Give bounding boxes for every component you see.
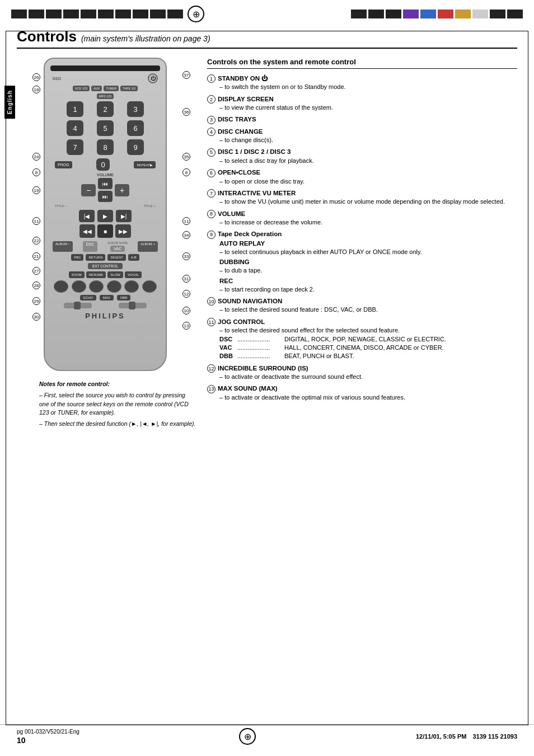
volume-down[interactable]: − <box>81 184 96 196</box>
ctrl-title-1: STANDBY ON ⏻ <box>218 75 268 82</box>
source-vcd123[interactable]: VCD 123 <box>73 86 90 91</box>
fast-fwd-btn[interactable]: ▶▶ <box>115 224 131 238</box>
bottom-border-line <box>6 725 528 725</box>
notes-title: Notes for remote control: <box>39 380 196 389</box>
album-dsc-row: ALBUM − DSC ALBUM NAME VAC ALBUM + <box>50 241 160 252</box>
dsc-dots-dsc: ................... <box>237 335 282 344</box>
ctrl-title-3: DISC TRAYS <box>218 116 256 123</box>
callout-11a: 11 <box>32 217 40 225</box>
remote-wrapper: 26 18 37 36 24 8 35 8 <box>34 58 190 371</box>
page-footer: pg 001-032/V520/21-Eng 10 ⊕ 12/11/01, 5:… <box>0 724 534 745</box>
ctrl-desc-rec: to start recording on tape deck 2. <box>219 285 517 294</box>
ctrl-num-3: 3 <box>207 116 216 124</box>
play-btn[interactable]: ▶ <box>97 210 113 222</box>
num-btn-6[interactable]: 6 <box>127 120 144 136</box>
dsc-dots-dbb: ................... <box>237 352 282 360</box>
num-btn-7[interactable]: 7 <box>67 139 83 155</box>
ctrl-title-2: DISPLAY SCREEN <box>218 96 274 102</box>
return-btn[interactable]: RETURN <box>86 254 105 261</box>
power-button[interactable]: ⏻ <box>148 73 158 83</box>
dsc-label-vac: VAC <box>219 344 235 352</box>
ctrl-desc-5-1: to select a disc tray for playback. <box>219 157 517 165</box>
page-title-sub: (main system's illustration on page 3) <box>81 34 210 43</box>
num-btn-4[interactable]: 4 <box>67 120 83 136</box>
effect-btn-3[interactable] <box>89 280 104 293</box>
notes-section: Notes for remote control: – First, selec… <box>39 380 196 429</box>
num-btn-0[interactable]: 0 <box>96 158 110 171</box>
gear-icon: ⊕ <box>188 6 204 22</box>
album-plus-btn[interactable]: ALBUM + <box>138 241 158 252</box>
rewind-btn[interactable]: ◀◀ <box>79 224 95 238</box>
vac-btn[interactable]: VAC <box>110 246 125 252</box>
callout-28: 28 <box>32 281 40 289</box>
dsc-value-vac: HALL, CONCERT, CINEMA, DISCO, ARCADE or … <box>284 344 444 352</box>
slider-1[interactable] <box>64 303 92 308</box>
skip-forward-next[interactable]: ⏭ <box>98 191 113 202</box>
title-minus-label: TITLE − <box>55 204 67 208</box>
volume-up[interactable]: + <box>115 184 129 196</box>
num-btn-5[interactable]: 5 <box>97 120 114 136</box>
echo-row: ECHO MAX DBB <box>50 295 160 300</box>
digest-btn[interactable]: DIGEST <box>107 254 125 261</box>
slider-1-handle <box>74 302 81 309</box>
num-btn-2[interactable]: 2 <box>97 101 114 117</box>
dbb-btn[interactable]: DBB <box>117 295 130 300</box>
footer-page-number: 10 <box>17 736 79 745</box>
effect-btn-5[interactable] <box>124 280 139 293</box>
num-btn-1[interactable]: 1 <box>67 101 83 117</box>
effect-btn-1[interactable] <box>54 280 68 293</box>
ext-control-row: EXT CONTROL <box>50 263 160 269</box>
source-tuner[interactable]: TUNER <box>104 86 119 91</box>
skip-fwd-btn[interactable]: ▶| <box>116 210 132 222</box>
pbc-btn[interactable]: PBC <box>71 254 83 261</box>
source-buttons-row: VCD 123 AUX TUNER TAPE 1/2 <box>50 86 160 91</box>
skip-forward-prev[interactable]: ⏮ <box>98 178 113 189</box>
a-b-btn[interactable]: A-B <box>128 254 139 261</box>
echo-btn[interactable]: ECHO <box>80 295 96 300</box>
zoom-btn[interactable]: ZOOM <box>69 271 85 278</box>
top-bar-left-blocks <box>11 10 183 18</box>
album-name-label: ALBUM NAME <box>107 241 128 245</box>
album-minus-btn[interactable]: ALBUM − <box>53 241 73 252</box>
effect-buttons-row <box>50 280 160 293</box>
control-1: 1STANDBY ON ⏻ to switch the system on or… <box>207 74 517 92</box>
prog-button[interactable]: PROG <box>55 161 72 168</box>
num-btn-8[interactable]: 8 <box>97 139 114 155</box>
dsc-value-dbb: BEAT, PUNCH or BLAST. <box>284 352 354 360</box>
effect-btn-4[interactable] <box>107 280 121 293</box>
stop-btn[interactable]: ■ <box>97 224 113 238</box>
footer-center-gear: ⊕ <box>239 728 256 745</box>
volume-label: VOLUME <box>50 173 160 177</box>
ctrl-title-6: OPEN•CLOSE <box>218 169 260 176</box>
repeat-button[interactable]: REPEAT▶ <box>134 161 156 168</box>
resume-btn[interactable]: RESUME <box>86 271 106 278</box>
slider-2[interactable] <box>119 303 147 308</box>
ctrl-title-8: VOLUME <box>218 210 245 217</box>
remote-control-area: 26 18 37 36 24 8 35 8 <box>28 58 196 429</box>
ctrl-title-11: JOG CONTROL <box>218 318 265 325</box>
callout-29: 29 <box>32 297 40 305</box>
ctrl-num-10: 10 <box>207 297 216 306</box>
ctrl-title-10: SOUND NAVIGATION <box>218 298 282 304</box>
num-btn-9[interactable]: 9 <box>127 139 144 155</box>
num-btn-3[interactable]: 3 <box>127 101 144 117</box>
max-btn[interactable]: MAX <box>100 295 114 300</box>
ext-control-btn[interactable]: EXT CONTROL <box>88 263 123 269</box>
dsc-row-dsc: DSC ................... DIGITAL, ROCK, P… <box>219 335 517 344</box>
source-aux[interactable]: AUX <box>91 86 102 91</box>
effect-btn-6[interactable] <box>142 280 157 293</box>
skip-back-btn[interactable]: |◀ <box>79 210 95 222</box>
source-tape[interactable]: TAPE 1/2 <box>120 86 138 91</box>
slow-btn[interactable]: SLOW <box>107 271 123 278</box>
source-mp3[interactable]: MP3 123 <box>97 93 114 99</box>
bar-block-7 <box>115 10 131 18</box>
dsc-row-vac: VAC ................... HALL, CONCERT, C… <box>219 344 517 352</box>
callout-18: 18 <box>32 86 40 93</box>
vocal-btn[interactable]: VOCAL <box>125 271 142 278</box>
ctrl-num-9: 9 <box>207 231 216 239</box>
effect-btn-2[interactable] <box>72 280 86 293</box>
bar-block-6 <box>98 10 114 18</box>
bar-block-r4 <box>403 10 419 18</box>
callout-35: 35 <box>182 153 190 161</box>
dsc-btn[interactable]: DSC <box>83 241 98 252</box>
